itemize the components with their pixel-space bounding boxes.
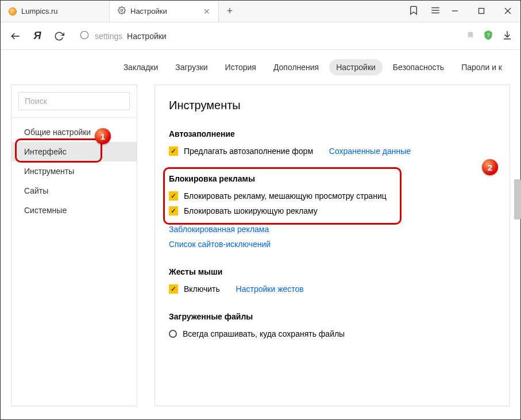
link-saved-data[interactable]: Сохраненные данные — [329, 147, 411, 156]
section-title: Загруженные файлы — [169, 312, 496, 321]
settings-top-nav: Закладки Загрузки История Дополнения Нас… — [1, 50, 520, 84]
annotation-highlight-1 — [15, 138, 102, 163]
svg-point-9 — [80, 31, 88, 38]
checkbox-gestures[interactable] — [169, 284, 178, 294]
toolbar-icons — [408, 0, 441, 22]
link-gesture-settings[interactable]: Настройки жестов — [236, 284, 304, 294]
tab-title: Lumpics.ru — [21, 7, 101, 16]
nav-security[interactable]: Безопасность — [386, 59, 451, 75]
site-info-icon[interactable] — [80, 30, 89, 41]
gear-icon — [118, 6, 126, 16]
back-button[interactable] — [9, 30, 22, 42]
search-input[interactable]: Поиск — [18, 92, 130, 110]
nav-bookmarks[interactable]: Закладки — [117, 59, 165, 75]
url-bar-actions: ? — [466, 29, 512, 43]
window-controls — [442, 0, 521, 22]
minimize-button[interactable] — [442, 0, 468, 22]
close-button[interactable] — [495, 0, 521, 22]
svg-text:?: ? — [487, 32, 489, 38]
section-mouse-gestures: Жесты мыши Включить Настройки жестов — [169, 267, 496, 294]
maximize-button[interactable] — [468, 0, 495, 22]
nav-history[interactable]: История — [218, 59, 263, 75]
svg-point-0 — [121, 9, 123, 11]
settings-main: Инструменты Автозаполнение Предлагать ав… — [155, 84, 510, 406]
scrollbar-thumb[interactable] — [514, 179, 521, 219]
section-adblock: Блокировка рекламы Блокировать рекламу, … — [169, 174, 496, 249]
menu-icon[interactable] — [430, 5, 441, 17]
page-title: Инструменты — [169, 99, 496, 112]
section-title: Жесты мыши — [169, 267, 496, 276]
url-text: settings Настройки — [95, 32, 167, 41]
tab-title: Настройки — [130, 7, 199, 16]
section-autofill: Автозаполнение Предлагать автозаполнение… — [169, 129, 496, 156]
checkbox-label: Включить — [184, 284, 220, 294]
annotation-badge-2: 2 — [482, 159, 498, 175]
sidebar-item-tools[interactable]: Инструменты — [11, 161, 137, 181]
settings-sidebar: Поиск Общие настройки Интерфейс Инструме… — [11, 84, 137, 406]
page-bookmark-icon[interactable] — [466, 30, 474, 42]
annotation-badge-1: 1 — [95, 128, 111, 144]
favicon-lumpics — [9, 7, 17, 16]
close-icon[interactable]: ✕ — [203, 7, 210, 16]
svg-rect-5 — [479, 9, 484, 14]
sidebar-item-system[interactable]: Системные — [11, 201, 137, 220]
annotation-highlight-2 — [163, 167, 402, 225]
bookmark-icon[interactable] — [408, 5, 419, 17]
extension-shield-icon[interactable]: ? — [483, 29, 494, 43]
nav-addons[interactable]: Дополнения — [267, 59, 326, 75]
nav-bar: Я settings Настройки ? — [1, 22, 520, 50]
address-bar[interactable]: settings Настройки — [74, 27, 458, 45]
link-blocked-ads[interactable]: Заблокированная реклама — [169, 225, 269, 234]
nav-downloads[interactable]: Загрузки — [168, 59, 214, 75]
reload-button[interactable] — [52, 31, 66, 41]
tab-settings[interactable]: Настройки ✕ — [110, 1, 219, 22]
nav-settings[interactable]: Настройки — [329, 59, 383, 75]
content-area: Поиск Общие настройки Интерфейс Инструме… — [1, 84, 520, 406]
nav-passwords[interactable]: Пароли и к — [454, 59, 509, 75]
checkbox-autofill[interactable] — [169, 147, 178, 156]
new-tab-button[interactable]: + — [219, 1, 241, 22]
checkbox-label: Предлагать автозаполнение форм — [184, 147, 313, 156]
radio-label: Всегда спрашивать, куда сохранять файлы — [183, 329, 345, 338]
yandex-logo-icon[interactable]: Я — [30, 30, 44, 42]
sidebar-item-sites[interactable]: Сайты — [11, 181, 137, 201]
radio-ask-location[interactable] — [169, 330, 177, 338]
section-downloads: Загруженные файлы Всегда спрашивать, куд… — [169, 312, 496, 338]
link-site-exceptions[interactable]: Список сайтов-исключений — [169, 240, 271, 249]
section-title: Автозаполнение — [169, 129, 496, 138]
download-icon[interactable] — [502, 30, 512, 42]
tab-lumpics[interactable]: Lumpics.ru — [1, 1, 110, 22]
